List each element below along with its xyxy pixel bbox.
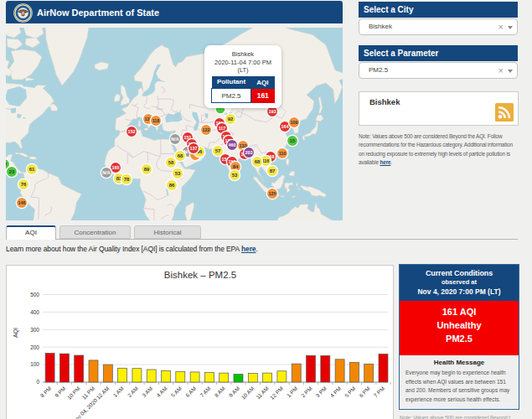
svg-text:4 PM: 4 PM — [329, 385, 343, 399]
svg-text:5 AM: 5 AM — [170, 385, 183, 398]
svg-text:110: 110 — [279, 151, 287, 156]
svg-text:500: 500 — [30, 292, 39, 297]
svg-text:109: 109 — [291, 120, 298, 125]
svg-text:3 AM: 3 AM — [141, 385, 153, 398]
svg-text:400: 400 — [30, 309, 39, 315]
svg-text:460: 460 — [229, 142, 236, 147]
svg-text:146: 146 — [18, 200, 26, 205]
svg-text:92: 92 — [228, 116, 234, 122]
svg-text:Bishkek – PM2.5: Bishkek – PM2.5 — [164, 270, 236, 280]
svg-text:2 AM: 2 AM — [127, 385, 139, 398]
svg-text:53: 53 — [175, 171, 181, 176]
svg-text:61: 61 — [29, 167, 35, 172]
svg-text:89: 89 — [144, 167, 150, 172]
svg-text:100: 100 — [30, 361, 39, 367]
svg-text:118: 118 — [152, 118, 160, 123]
svg-text:1 PM: 1 PM — [286, 385, 299, 399]
svg-text:165: 165 — [112, 165, 120, 170]
svg-text:78: 78 — [124, 177, 130, 182]
svg-text:9 PM: 9 PM — [54, 385, 67, 399]
svg-text:164: 164 — [281, 124, 289, 129]
svg-text:5 PM: 5 PM — [343, 385, 357, 399]
svg-text:193: 193 — [269, 109, 276, 114]
svg-text:87: 87 — [270, 168, 276, 173]
svg-text:125: 125 — [269, 191, 276, 196]
svg-text:203: 203 — [245, 150, 253, 155]
svg-text:57: 57 — [215, 148, 221, 153]
svg-text:300: 300 — [30, 327, 39, 333]
svg-text:86: 86 — [169, 183, 175, 188]
svg-text:2 PM: 2 PM — [300, 385, 313, 399]
svg-text:3 PM: 3 PM — [314, 385, 328, 399]
svg-text:7 AM: 7 AM — [199, 385, 211, 398]
svg-text:7 PM: 7 PM — [373, 385, 386, 399]
svg-text:23: 23 — [9, 169, 15, 174]
svg-text:122: 122 — [203, 127, 210, 132]
svg-text:117: 117 — [219, 126, 226, 131]
svg-text:4 AM: 4 AM — [155, 385, 168, 398]
svg-text:76: 76 — [21, 182, 27, 187]
svg-text:84: 84 — [233, 164, 239, 169]
svg-text:9 AM: 9 AM — [228, 385, 240, 398]
svg-text:8 PM: 8 PM — [39, 385, 53, 399]
svg-text:8 AM: 8 AM — [213, 385, 225, 398]
svg-text:0: 0 — [36, 379, 39, 385]
svg-text:68: 68 — [255, 159, 261, 164]
svg-text:12 PM: 12 PM — [269, 385, 284, 401]
svg-text:10 AM: 10 AM — [240, 385, 256, 401]
svg-text:1 AM: 1 AM — [111, 385, 124, 398]
svg-text:11 AM: 11 AM — [255, 385, 270, 401]
svg-text:200: 200 — [30, 344, 39, 350]
svg-text:58: 58 — [168, 160, 174, 165]
svg-text:N/A: N/A — [102, 170, 110, 175]
svg-text:6 PM: 6 PM — [358, 385, 371, 399]
svg-text:N/A: N/A — [171, 137, 178, 142]
svg-text:68: 68 — [178, 153, 183, 158]
svg-text:137: 137 — [190, 146, 198, 151]
svg-text:53: 53 — [232, 173, 238, 178]
svg-text:AQI: AQI — [13, 328, 19, 338]
svg-text:15: 15 — [290, 138, 296, 143]
svg-text:6 AM: 6 AM — [184, 385, 197, 398]
svg-text:152: 152 — [128, 129, 136, 134]
svg-text:10 PM: 10 PM — [66, 385, 81, 401]
